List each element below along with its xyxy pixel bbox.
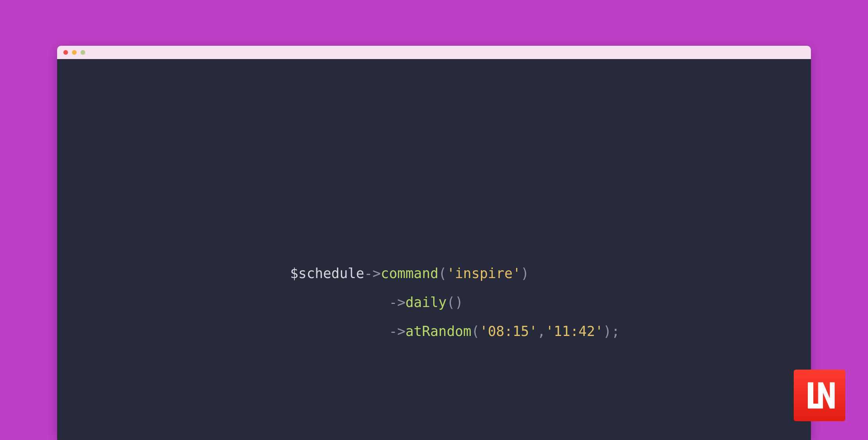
traffic-light-minimize-icon[interactable] — [72, 50, 77, 55]
traffic-light-close-icon[interactable] — [63, 50, 68, 55]
window-titlebar — [57, 46, 811, 59]
code-paren-open: ( — [438, 266, 447, 281]
code-paren-open: ( — [447, 295, 455, 310]
code-comma: , — [537, 323, 545, 339]
code-function: daily — [405, 295, 447, 310]
code-indent — [290, 295, 389, 310]
code-string: inspire — [455, 266, 513, 281]
code-string: 08:15 — [488, 323, 529, 339]
code-semicolon: ; — [612, 323, 620, 339]
code-function: command — [381, 266, 439, 281]
code-string: 11:42 — [554, 323, 595, 339]
code-paren-close: ) — [521, 266, 529, 281]
code-quote: ' — [595, 323, 603, 339]
code-arrow: -> — [389, 295, 405, 310]
code-quote: ' — [513, 266, 521, 281]
traffic-light-zoom-icon[interactable] — [81, 50, 85, 55]
code-paren-close: ) — [455, 295, 463, 310]
code-block: $schedule->command('inspire') ->daily() … — [290, 259, 620, 346]
code-quote: ' — [480, 323, 488, 339]
ln-logo-icon — [802, 378, 837, 413]
code-quote: ' — [545, 323, 554, 339]
code-quote: ' — [447, 266, 455, 281]
code-quote: ' — [529, 323, 537, 339]
laravel-news-logo — [794, 370, 845, 421]
code-paren-close: ) — [603, 323, 612, 339]
code-function: atRandom — [405, 323, 472, 339]
code-arrow: -> — [389, 323, 405, 339]
editor-window: $schedule->command('inspire') ->daily() … — [57, 46, 811, 440]
code-arrow: -> — [364, 266, 381, 281]
code-indent — [290, 323, 389, 339]
code-paren-open: ( — [472, 323, 480, 339]
code-variable: $schedule — [290, 266, 364, 281]
